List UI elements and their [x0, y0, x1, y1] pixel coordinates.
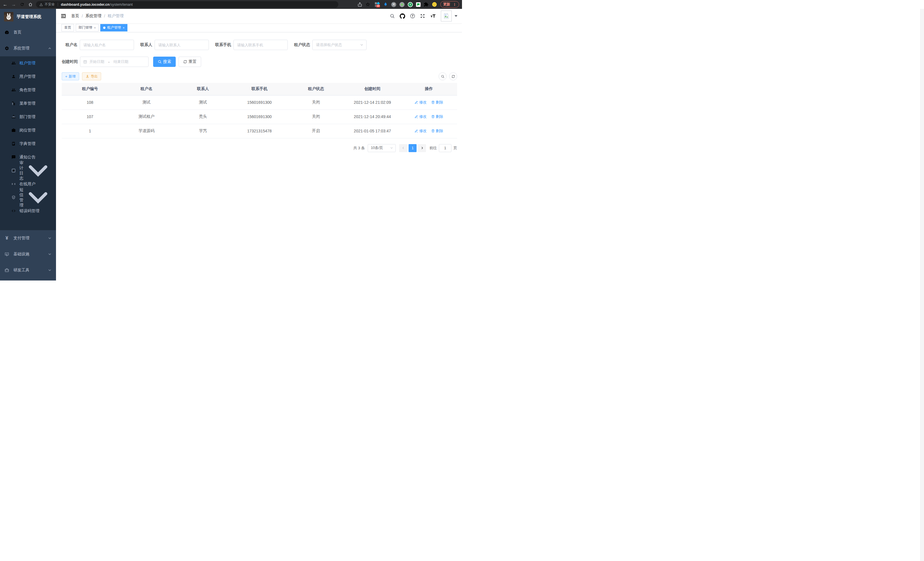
search-button[interactable]: 搜索: [153, 57, 176, 67]
extension-chat-icon[interactable]: [416, 2, 421, 7]
font-size-icon[interactable]: [430, 14, 436, 19]
cell-actions: 修改 删除: [400, 124, 457, 138]
pagination: 共 3 条 10条/页 1 前往 页: [62, 144, 457, 152]
start-date-placeholder[interactable]: 开始日期: [89, 59, 104, 64]
tab-tenant[interactable]: 租户管理 ×: [100, 24, 127, 32]
cell-status: 开启: [288, 124, 344, 138]
browser-home-icon[interactable]: [28, 2, 33, 7]
address-bar[interactable]: 不安全 dashboard.yudao.iocoder.cn/system/te…: [36, 1, 338, 8]
next-page-button[interactable]: [418, 144, 426, 152]
goto-page-input[interactable]: [439, 144, 452, 152]
sidebar-item-label: 菜单管理: [20, 101, 35, 106]
browser-back-icon[interactable]: ←: [3, 2, 8, 7]
logo-row[interactable]: 芋道管理系统: [0, 9, 56, 24]
bookmark-star-icon[interactable]: [365, 2, 370, 7]
sidebar-item-post[interactable]: 岗位管理: [0, 123, 56, 137]
prev-page-button[interactable]: [399, 144, 407, 152]
table-row: 1 芋道源码 芋艿 17321315478 开启 2021-01-05 17:0…: [62, 124, 457, 138]
edit-link[interactable]: 修改: [415, 128, 427, 134]
extension-command-icon[interactable]: ⌘: [391, 2, 396, 7]
cell-tenant-id: 1: [62, 124, 118, 138]
sidebar-item-user[interactable]: 用户管理: [0, 70, 56, 83]
share-icon[interactable]: [357, 2, 362, 7]
caret-down-icon[interactable]: [454, 15, 458, 17]
sidebar-item-role[interactable]: 角色管理: [0, 83, 56, 97]
delete-link[interactable]: 删除: [431, 100, 443, 105]
cell-tenant-name: 测试: [118, 95, 175, 110]
date-separator: -: [108, 60, 110, 64]
table-row: 107 测试租户 秃头 15601691300 关闭 2021-12-14 20…: [62, 110, 457, 124]
shield-check-icon: [11, 195, 16, 200]
avatar[interactable]: [441, 11, 452, 21]
cell-actions: 修改 删除: [400, 95, 457, 110]
app-title: 芋道管理系统: [16, 14, 41, 20]
collapse-sidebar-icon[interactable]: [61, 13, 66, 19]
extensions-puzzle-icon[interactable]: [424, 2, 429, 7]
trash-icon: [431, 129, 435, 133]
toggle-search-button[interactable]: [439, 72, 447, 80]
tab-home[interactable]: 首页: [62, 24, 74, 32]
sidebar-item-audit-log[interactable]: 审计日志: [0, 164, 56, 177]
add-button[interactable]: + 新增: [62, 72, 79, 80]
contact-input[interactable]: [154, 40, 209, 50]
extension-squares-icon[interactable]: 10: [375, 2, 380, 7]
sidebar-item-payment[interactable]: ¥ 支付管理: [0, 230, 56, 246]
menu-tree-icon: [11, 101, 16, 105]
browser-reload-icon[interactable]: [20, 2, 24, 7]
sidebar-item-sms[interactable]: 短信管理: [0, 191, 56, 204]
browser-menu-icon[interactable]: ⋮: [453, 3, 456, 7]
edit-link[interactable]: 修改: [415, 114, 427, 119]
browser-update-button[interactable]: 更新 ⋮: [440, 1, 459, 8]
org-chart-icon: [11, 115, 16, 119]
extension-green-dot-icon[interactable]: [399, 2, 405, 7]
sidebar-item-dev-tools[interactable]: 研发工具: [0, 262, 56, 278]
sidebar-item-tenant[interactable]: 租户管理: [0, 56, 56, 70]
breadcrumb-current: 租户管理: [108, 14, 124, 19]
status-select-placeholder: 请选择租户状态: [316, 42, 360, 47]
page-unit-label: 页: [453, 146, 457, 151]
reset-button[interactable]: 重置: [178, 57, 201, 67]
breadcrumb-home[interactable]: 首页: [71, 14, 79, 19]
sidebar-item-infrastructure[interactable]: 基础设施: [0, 246, 56, 262]
browser-forward-icon[interactable]: →: [11, 2, 16, 7]
close-icon[interactable]: ×: [94, 26, 96, 29]
close-icon[interactable]: ×: [123, 26, 124, 29]
breadcrumb-system[interactable]: 系统管理: [86, 14, 101, 19]
edit-icon: [415, 100, 418, 104]
github-icon[interactable]: [400, 14, 405, 19]
end-date-placeholder[interactable]: 结束日期: [113, 59, 128, 64]
page-number-1[interactable]: 1: [409, 144, 417, 152]
delete-link[interactable]: 删除: [431, 128, 443, 134]
sidebar-item-dept[interactable]: 部门管理: [0, 110, 56, 123]
page-size-select[interactable]: 10条/页: [368, 144, 396, 152]
sidebar-item-menu[interactable]: 菜单管理: [0, 97, 56, 110]
edit-link[interactable]: 修改: [415, 100, 427, 105]
extension-drop-icon[interactable]: [383, 2, 388, 7]
status-select[interactable]: 请选择租户状态: [312, 40, 367, 50]
not-secure-label[interactable]: 不安全: [45, 2, 55, 7]
refresh-table-button[interactable]: [449, 72, 457, 80]
delete-link[interactable]: 删除: [431, 114, 443, 119]
phone-input[interactable]: [233, 40, 288, 50]
chevron-right-icon: [421, 146, 424, 150]
fullscreen-icon[interactable]: [420, 14, 425, 19]
create-time-range-picker[interactable]: 开始日期 - 结束日期: [80, 57, 148, 67]
download-icon: [86, 74, 89, 78]
broken-image-icon: [443, 13, 449, 19]
tab-dept[interactable]: 部门管理 ×: [76, 24, 99, 32]
url-host: dashboard.yudao.iocoder.cn: [61, 3, 110, 7]
export-button[interactable]: 导出: [82, 72, 101, 80]
sidebar-item-dict[interactable]: 字典管理: [0, 137, 56, 150]
sidebar-item-home[interactable]: 首页: [0, 24, 56, 40]
sidebar-item-system[interactable]: 系统管理: [0, 40, 56, 56]
extension-yuque-icon[interactable]: Y: [408, 2, 413, 7]
profile-avatar-icon[interactable]: [432, 2, 437, 7]
gear-icon: [4, 46, 9, 51]
help-icon[interactable]: [410, 14, 415, 19]
breadcrumb: 首页 / 系统管理 / 租户管理: [71, 14, 124, 19]
breadcrumb-separator: /: [104, 14, 105, 18]
chevron-up-icon: [48, 47, 51, 50]
dashboard-icon: [4, 30, 9, 35]
tenant-name-input[interactable]: [80, 40, 134, 50]
search-icon[interactable]: [390, 14, 395, 19]
